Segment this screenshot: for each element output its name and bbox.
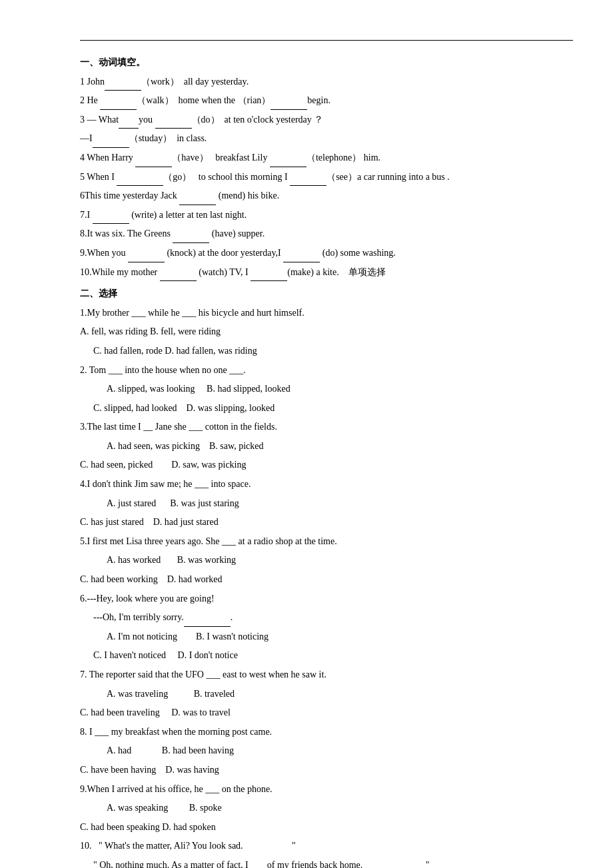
- q3b-line: —I（studay） in class.: [80, 130, 573, 148]
- s2q3-text: 3.The last time I __ Jane she ___ cotton…: [80, 418, 573, 436]
- top-border: [80, 40, 573, 41]
- s2q3-opt1: A. had seen, was picking B. saw, picked: [80, 438, 573, 456]
- s2q6-text1: 6.---Hey, look where you are going!: [80, 590, 573, 608]
- s2q10-text1: 10. " What's the matter, Ali? You look s…: [80, 837, 573, 855]
- s2q2-opt2: C. slipped, had looked D. was slipping, …: [80, 400, 573, 418]
- s2q4-opt1: A. just stared B. was just staring: [80, 495, 573, 513]
- q5-blank1: [117, 175, 163, 186]
- s2q4-text: 4.I don't think Jim saw me; he ___ into …: [80, 476, 573, 494]
- s2q5-opt1: A. has worked B. was working: [80, 552, 573, 570]
- s2q1-opt2: C. had fallen, rode D. had fallen, was r…: [80, 342, 573, 360]
- q2-blank2: [271, 99, 307, 110]
- q8-line: 8.It was six. The Greens (have) supper.: [80, 225, 573, 243]
- q5-line: 5 When I （go） to school this morning I （…: [80, 169, 573, 187]
- s2q9-opt1: A. was speaking B. spoke: [80, 799, 573, 817]
- s2q2-opt1: A. slipped, was looking B. had slipped, …: [80, 380, 573, 398]
- s2q2-text: 2. Tom ___ into the house when no one __…: [80, 362, 573, 380]
- q1-blank1: [105, 80, 141, 91]
- s2q9-opt2: C. had been speaking D. had spoken: [80, 819, 573, 837]
- q5-blank2: [290, 175, 326, 186]
- s2q6-blank: [184, 616, 231, 627]
- q2-line: 2 He （walk） home when the （rian）begin.: [80, 92, 573, 110]
- s2q7-text: 7. The reporter said that the UFO ___ ea…: [80, 666, 573, 684]
- q3a-line: 3 — Whatyou （do） at ten o'clock yesterda…: [80, 111, 573, 129]
- q6-line: 6This time yesterday Jack (mend) his bik…: [80, 187, 573, 205]
- q2-blank1: [100, 99, 137, 110]
- q3-blank2: [155, 118, 192, 129]
- s2q7-opt2: C. had been traveling D. was to travel: [80, 704, 573, 722]
- q3-blank1: [119, 118, 139, 129]
- s2q3-opt2: C. had seen, picked D. saw, was picking: [80, 456, 573, 474]
- s2q8-text: 8. I ___ my breakfast when the morning p…: [80, 723, 573, 741]
- q7-blank1: [93, 213, 129, 224]
- s2q10-text2: " Oh, nothing much. As a matter of fact,…: [80, 857, 573, 868]
- s2q6-opt2: C. I haven't noticed D. I don't notice: [80, 647, 573, 665]
- q7-line: 7.I (write) a letter at ten last night.: [80, 207, 573, 224]
- section2: 二、选择 1.My brother ___ while he ___ his b…: [80, 285, 573, 868]
- q8-blank1: [173, 232, 209, 243]
- q9-blank2: [283, 252, 320, 262]
- q10-blank2: [251, 270, 287, 281]
- s2q4-opt2: C. has just stared D. had just stared: [80, 514, 573, 532]
- s2q8-opt1: A. had B. had been having: [80, 742, 573, 760]
- s2q6-opt1: A. I'm not noticing B. I wasn't noticing: [80, 628, 573, 646]
- s2q1-opt1: A. fell, was riding B. fell, were riding: [80, 323, 573, 341]
- q4-blank2: [270, 157, 306, 167]
- q10-line: 10.While my mother (watch) TV, I (make) …: [80, 264, 573, 282]
- q6-blank1: [179, 195, 216, 205]
- q3-blank3: [93, 137, 129, 148]
- q4-blank1: [135, 157, 172, 167]
- q1-line: 1 John（work） all day yesterday.: [80, 73, 573, 91]
- q9-line: 9.When you (knock) at the door yesterday…: [80, 244, 573, 262]
- q9-blank1: [128, 252, 165, 262]
- s2q9-text: 9.When I arrived at his office, he ___ o…: [80, 781, 573, 799]
- section1-title: 一、动词填空。: [80, 54, 573, 72]
- s2q5-opt2: C. had been working D. had worked: [80, 571, 573, 589]
- s2q7-opt1: A. was traveling B. traveled: [80, 685, 573, 703]
- q4-line: 4 When Harry （have） breakfast Lily （tele…: [80, 149, 573, 167]
- section2-title: 二、选择: [80, 285, 573, 303]
- section1: 一、动词填空。 1 John（work） all day yesterday. …: [80, 54, 573, 281]
- s2q5-text: 5.I first met Lisa three years ago. She …: [80, 533, 573, 551]
- s2q1-text: 1.My brother ___ while he ___ his bicycl…: [80, 304, 573, 322]
- q10-blank1: [160, 270, 197, 281]
- s2q6-text2: ---Oh, I'm terribly sorry..: [80, 609, 573, 627]
- s2q8-opt2: C. have been having D. was having: [80, 761, 573, 779]
